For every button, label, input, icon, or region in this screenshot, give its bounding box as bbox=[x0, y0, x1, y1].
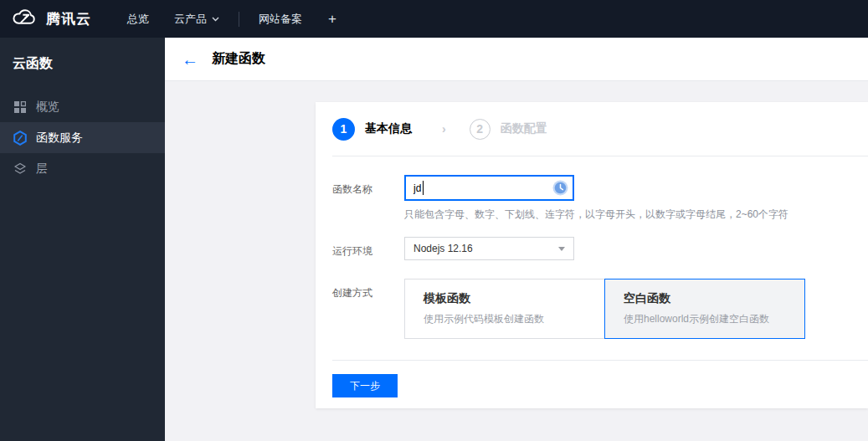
topbar-nav-icp-label: 网站备案 bbox=[259, 12, 302, 27]
method-card-desc: 使用示例代码模板创建函数 bbox=[424, 312, 604, 326]
topbar-nav-icp[interactable]: 网站备案 bbox=[246, 0, 315, 38]
topbar-nav-products[interactable]: 云产品 bbox=[162, 0, 232, 38]
topbar: 腾讯云 总览 云产品 网站备案 + bbox=[0, 0, 868, 38]
tencent-cloud-logo-icon bbox=[12, 8, 39, 30]
back-button[interactable]: ← bbox=[182, 51, 198, 68]
sidebar-item-overview[interactable]: 概览 bbox=[0, 91, 165, 122]
creation-method-cards: 模板函数 使用示例代码模板创建函数 空白函数 使用helloworld示例创建空… bbox=[404, 279, 805, 339]
method-card-desc: 使用helloworld示例创建空白函数 bbox=[624, 312, 804, 326]
function-name-label: 函数名称 bbox=[332, 175, 404, 222]
footer-divider bbox=[332, 360, 868, 361]
sidebar-item-label: 概览 bbox=[36, 100, 59, 115]
sidebar-item-label: 层 bbox=[36, 162, 48, 177]
sidebar: 云函数 概览 函数服务 bbox=[0, 38, 165, 441]
topbar-nav-products-label: 云产品 bbox=[174, 12, 207, 27]
topbar-nav-overview-label: 总览 bbox=[127, 12, 149, 27]
basic-info-form: 函数名称 只能包含字母、数字、下划线、连字符，以字母 bbox=[316, 156, 868, 361]
brand-home-link[interactable]: 腾讯云 bbox=[0, 8, 91, 30]
clock-icon[interactable] bbox=[552, 180, 568, 196]
page-title: 新建函数 bbox=[212, 50, 265, 68]
function-name-help: 只能包含字母、数字、下划线、连字符，以字母开头，以数字或字母结尾，2~60个字符 bbox=[404, 208, 788, 222]
runtime-select-value: Nodejs 12.16 bbox=[413, 243, 473, 254]
runtime-row: 运行环境 Nodejs 12.16 bbox=[332, 237, 868, 260]
method-card-title: 模板函数 bbox=[424, 291, 604, 306]
step-separator-chevron-icon: › bbox=[442, 122, 446, 136]
next-step-button[interactable]: 下一步 bbox=[332, 374, 398, 397]
method-card-title: 空白函数 bbox=[624, 291, 804, 306]
creation-method-label: 创建方式 bbox=[332, 279, 404, 339]
sidebar-menu: 概览 函数服务 层 bbox=[0, 91, 165, 184]
function-service-icon bbox=[13, 131, 28, 146]
creation-method-row: 创建方式 模板函数 使用示例代码模板创建函数 空白函数 使用helloworld… bbox=[332, 279, 868, 339]
add-tab-button[interactable]: + bbox=[315, 11, 350, 28]
sidebar-title: 云函数 bbox=[0, 38, 165, 73]
step-label: 函数配置 bbox=[501, 121, 547, 136]
page-header: ← 新建函数 bbox=[165, 38, 868, 81]
step-label: 基本信息 bbox=[365, 121, 412, 136]
function-name-input[interactable] bbox=[404, 175, 574, 201]
step-function-config: 2 函数配置 bbox=[470, 119, 547, 140]
wizard-card: 1 基本信息 › 2 函数配置 函数名称 bbox=[316, 102, 868, 408]
chevron-down-icon bbox=[212, 17, 219, 22]
main-area: ← 新建函数 1 基本信息 › 2 函数配置 函数名称 bbox=[165, 38, 868, 441]
step-number-badge: 1 bbox=[332, 118, 355, 141]
runtime-label: 运行环境 bbox=[332, 237, 404, 260]
method-card-blank-function[interactable]: 空白函数 使用helloworld示例创建空白函数 bbox=[604, 279, 805, 339]
topbar-nav-overview[interactable]: 总览 bbox=[115, 0, 162, 38]
function-name-field-col: 只能包含字母、数字、下划线、连字符，以字母开头，以数字或字母结尾，2~60个字符 bbox=[404, 175, 788, 222]
runtime-select[interactable]: Nodejs 12.16 bbox=[404, 237, 574, 260]
function-name-row: 函数名称 只能包含字母、数字、下划线、连字符，以字母 bbox=[332, 175, 868, 222]
method-card-template-function[interactable]: 模板函数 使用示例代码模板创建函数 bbox=[404, 279, 605, 339]
topbar-nav: 总览 云产品 网站备案 + bbox=[115, 0, 350, 38]
step-basic-info: 1 基本信息 bbox=[332, 118, 412, 141]
grid-icon bbox=[13, 100, 28, 115]
topbar-divider bbox=[239, 12, 239, 27]
function-name-input-wrap bbox=[404, 175, 574, 201]
sidebar-item-layers[interactable]: 层 bbox=[0, 153, 165, 184]
brand-label: 腾讯云 bbox=[46, 9, 91, 28]
step-indicator: 1 基本信息 › 2 函数配置 bbox=[332, 102, 868, 156]
sidebar-item-label: 函数服务 bbox=[36, 131, 83, 146]
layers-icon bbox=[13, 162, 28, 177]
select-caret-icon bbox=[558, 247, 565, 251]
step-number-badge: 2 bbox=[470, 119, 490, 140]
text-cursor bbox=[423, 181, 424, 195]
sidebar-item-function-service[interactable]: 函数服务 bbox=[0, 122, 165, 153]
